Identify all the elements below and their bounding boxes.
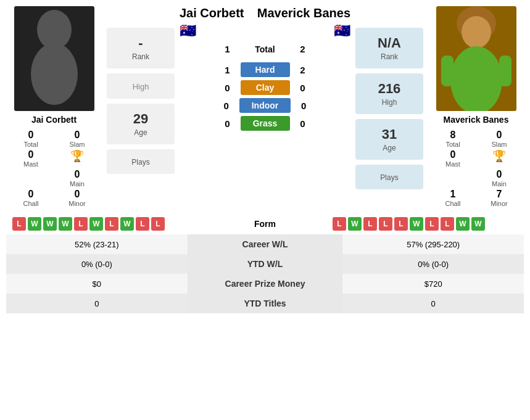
left-player-name: Jai Corbett xyxy=(31,115,77,125)
form-badge-left: L xyxy=(136,217,149,231)
career-prize-row: $0 Career Prize Money $720 xyxy=(6,274,524,294)
left-player-stats: 0 Total 0 Slam 0 Mast 🏆 0 Main xyxy=(11,130,97,207)
ytd-titles-right: 0 xyxy=(342,294,524,313)
form-badges-left: LWWWLWLWLL xyxy=(12,217,197,231)
left-plays-box: Plays xyxy=(107,149,175,174)
clay-row: 0 Clay 0 xyxy=(180,80,350,95)
right-stat-mast: 0 Mast xyxy=(433,149,473,168)
left-stat-minor: 0 Minor xyxy=(57,189,97,207)
left-stat-slam: 0 Slam xyxy=(57,130,97,148)
bottom-section: LWWWLWLWLL Form LWLLLWLLWW 52% (23-21) C… xyxy=(0,213,530,313)
form-row: LWWWLWLWLL Form LWLLLWLLWW xyxy=(6,213,524,234)
form-badge-right: W xyxy=(410,217,423,231)
trophy-cell-left: 🏆 xyxy=(57,149,97,168)
career-wl-left: 52% (23-21) xyxy=(6,234,188,254)
clay-btn: Clay xyxy=(241,80,290,95)
form-badge-right: L xyxy=(363,217,377,231)
left-age-box: 29 Age xyxy=(107,104,175,144)
career-wl-label: Career W/L xyxy=(188,234,343,254)
right-player-name-center: Maverick Banes xyxy=(257,6,350,20)
svg-rect-6 xyxy=(499,56,511,86)
left-rank-box: - Rank xyxy=(107,28,175,68)
form-badge-right: W xyxy=(348,217,362,231)
ytd-wl-right: 0% (0-0) xyxy=(342,254,524,274)
right-high-box: 216 High xyxy=(355,73,423,114)
left-player-name-center: Jai Corbett xyxy=(180,6,244,20)
form-badge-left: W xyxy=(59,217,72,231)
right-player-name: Maverick Banes xyxy=(444,115,509,125)
form-badge-right: W xyxy=(471,217,485,231)
right-player-stats: 8 Total 0 Slam 0 Mast 🏆 0 Main xyxy=(433,130,520,207)
left-player-photo xyxy=(14,6,94,111)
form-badge-left: W xyxy=(89,217,103,231)
form-badge-left: W xyxy=(28,217,41,231)
right-plays-box: Plays xyxy=(355,165,423,189)
right-stat-slam: 0 Slam xyxy=(479,130,520,148)
trophy-cell-right: 🏆 xyxy=(479,149,520,168)
form-badge-right: L xyxy=(379,217,392,231)
form-badge-right: W xyxy=(456,217,470,231)
indoor-btn: Indoor xyxy=(239,98,291,113)
indoor-row: 0 Indoor 0 xyxy=(180,98,350,113)
form-badge-left: L xyxy=(12,217,26,231)
form-badge-left: W xyxy=(120,217,134,231)
career-prize-right: $720 xyxy=(342,274,524,294)
form-badge-right: L xyxy=(425,217,439,231)
grass-row: 0 Grass 0 xyxy=(180,116,350,131)
ytd-wl-row: 0% (0-0) YTD W/L 0% (0-0) xyxy=(6,254,524,274)
ytd-titles-label: YTD Titles xyxy=(188,294,343,313)
hard-btn: Hard xyxy=(241,62,290,77)
total-row: 1 Total 2 xyxy=(180,44,350,54)
ytd-wl-left: 0% (0-0) xyxy=(6,254,188,274)
left-flag: 🇦🇺 xyxy=(180,23,196,39)
surface-rows: 1 Hard 2 0 Clay 0 0 Indoor 0 0 Grass xyxy=(180,62,350,131)
svg-point-1 xyxy=(31,43,78,105)
career-prize-left: $0 xyxy=(6,274,188,294)
form-badge-left: L xyxy=(105,217,118,231)
right-stat-chall: 1 Chall xyxy=(433,189,473,207)
form-badge-right: L xyxy=(394,217,408,231)
form-label: Form xyxy=(197,219,333,229)
left-stat-total: 0 Total xyxy=(11,130,51,148)
right-flag: 🇦🇺 xyxy=(334,23,350,39)
career-wl-row: 52% (23-21) Career W/L 57% (295-220) xyxy=(6,234,524,254)
trophy-icon-left: 🏆 xyxy=(70,149,84,163)
right-stat-total: 8 Total xyxy=(433,130,473,148)
right-rank-box: N/A Rank xyxy=(355,28,423,68)
main-container: Jai Corbett 0 Total 0 Slam 0 Mast 🏆 xyxy=(0,0,530,313)
right-stat-main: 0 Main xyxy=(479,169,520,187)
right-stat-minor: 7 Minor xyxy=(479,189,520,207)
right-stats-boxes: N/A Rank 216 High 31 Age Plays xyxy=(355,28,423,192)
center-panel: Jai Corbett Maverick Banes 🇦🇺 🇦🇺 1 Total… xyxy=(180,6,350,131)
left-player-panel: Jai Corbett 0 Total 0 Slam 0 Mast 🏆 xyxy=(6,6,102,207)
trophy-icon-right: 🏆 xyxy=(492,149,506,163)
form-badge-right: L xyxy=(333,217,346,231)
form-badge-left: L xyxy=(74,217,88,231)
form-badge-left: W xyxy=(43,217,57,231)
right-player-panel: Maverick Banes 8 Total 0 Slam 0 Mast 🏆 xyxy=(428,6,524,207)
left-stat-main: 0 Main xyxy=(57,169,97,187)
career-prize-label: Career Prize Money xyxy=(188,274,343,294)
right-player-photo xyxy=(436,6,516,111)
form-badges-right: LWLLLWLLWW xyxy=(333,217,518,231)
svg-rect-5 xyxy=(441,56,453,86)
flags-row: 🇦🇺 🇦🇺 xyxy=(180,23,350,39)
stats-table: 52% (23-21) Career W/L 57% (295-220) 0% … xyxy=(6,234,524,313)
ytd-wl-label: YTD W/L xyxy=(188,254,343,274)
hard-row: 1 Hard 2 xyxy=(180,62,350,77)
ytd-titles-left: 0 xyxy=(6,294,188,313)
svg-point-4 xyxy=(450,46,502,111)
form-badge-right: L xyxy=(441,217,454,231)
player-names-row: Jai Corbett Maverick Banes xyxy=(180,6,350,20)
left-stat-mast: 0 Mast xyxy=(11,149,51,168)
grass-btn: Grass xyxy=(241,116,290,131)
svg-point-3 xyxy=(462,16,491,48)
form-badge-left: L xyxy=(151,217,165,231)
right-age-box: 31 Age xyxy=(355,119,423,160)
left-stats-boxes: - Rank High 29 Age Plays xyxy=(107,28,175,176)
ytd-titles-row: 0 YTD Titles 0 xyxy=(6,294,524,313)
career-wl-right: 57% (295-220) xyxy=(342,234,524,254)
top-section: Jai Corbett 0 Total 0 Slam 0 Mast 🏆 xyxy=(0,0,530,213)
left-stat-chall: 0 Chall xyxy=(11,189,51,207)
left-high-box: High xyxy=(107,73,175,99)
